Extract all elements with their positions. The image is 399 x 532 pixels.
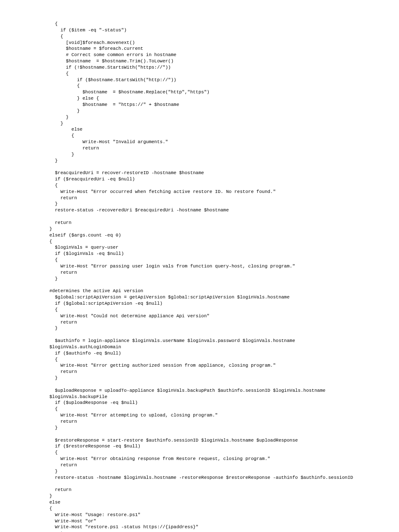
code-block: { if ($item -eq "-status") { [void]$fore… <box>49 21 374 532</box>
page: { if ($item -eq "-status") { [void]$fore… <box>0 0 399 532</box>
